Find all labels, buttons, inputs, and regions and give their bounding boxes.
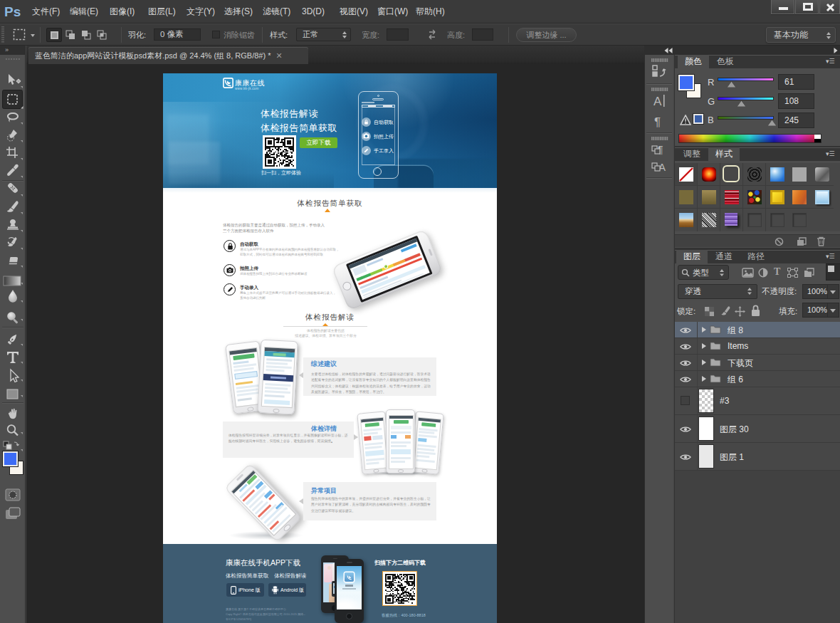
svg-text:¶: ¶ xyxy=(654,115,661,129)
svg-text:A: A xyxy=(653,95,662,108)
